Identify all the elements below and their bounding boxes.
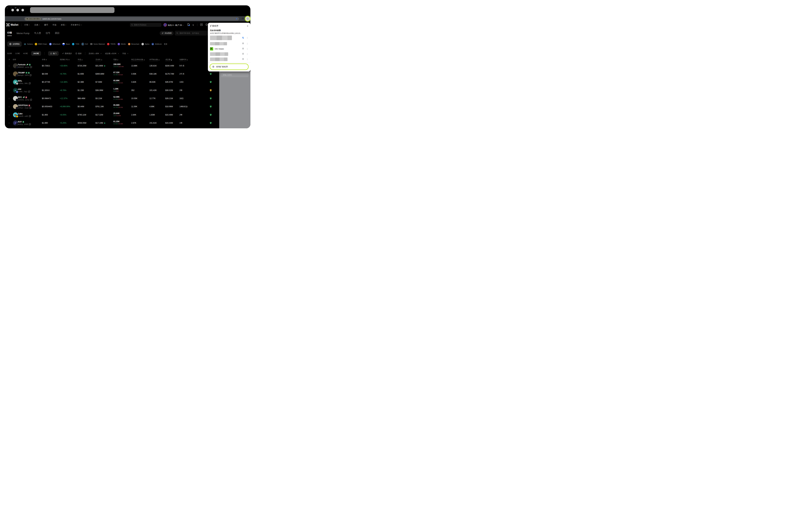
favorite-star-icon[interactable]: ☆ (8, 73, 10, 75)
notifications-bell-icon[interactable] (205, 23, 208, 26)
security-shield-icon[interactable] (209, 105, 212, 108)
extension-item-okx-wallet[interactable]: OKX Wallet ⋮ (210, 46, 248, 51)
sort-icon[interactable] (171, 59, 172, 61)
kebab-menu-icon[interactable]: ⋮ (246, 53, 248, 55)
copy-icon[interactable] (29, 124, 30, 125)
tab-meme-pump[interactable]: Meme Pump (17, 32, 29, 36)
pin-icon[interactable] (242, 53, 244, 55)
col-name[interactable]: 名称 (13, 58, 16, 61)
traffic-light-icon[interactable] (16, 9, 19, 11)
security-shield-icon[interactable] (209, 81, 212, 83)
chip-merlin[interactable]: ✕Merlin (118, 43, 126, 45)
token-name-cell[interactable]: WAL 0x356a...WAL (18, 80, 30, 84)
kebab-menu-icon[interactable]: ⋮ (246, 43, 248, 45)
col-traders[interactable]: 独立交易地址数 (131, 58, 145, 61)
table-row[interactable]: ☆ M mkr 0x9f8f...79a2 $1,326.6 +6.76% $1… (5, 86, 250, 95)
kebab-menu-icon[interactable]: ⋮ (246, 58, 248, 60)
pin-icon[interactable] (242, 58, 244, 60)
filter-4h[interactable]: 4小时 (23, 52, 28, 55)
extension-item[interactable]: ⋮ (210, 52, 248, 56)
copy-icon[interactable] (30, 67, 31, 68)
sort-icon[interactable] (117, 59, 118, 61)
table-row[interactable]: ☆ CRYPTOAI 12You7...Gsub $0.0054403 >9,9… (5, 102, 250, 111)
token-name-cell[interactable]: mkr 0x9f8f...79a2 (18, 88, 30, 92)
chip-more-networks[interactable]: 更多 (164, 43, 168, 45)
chip-all-networks[interactable]: 全部网络 (7, 41, 21, 47)
nav-item-developer[interactable]: 开发者中心∨ (71, 24, 82, 26)
favorite-star-icon[interactable]: ☆ (8, 97, 10, 100)
copy-icon[interactable] (30, 99, 31, 101)
token-name-cell[interactable]: Cake 0x0e09...ce82 (18, 113, 30, 117)
download-icon[interactable] (200, 23, 203, 26)
close-icon[interactable]: × (247, 25, 248, 27)
chip-solana[interactable]: Solana (24, 43, 33, 45)
token-name-cell[interactable]: RAY 4k3Dyj...kX6R (18, 121, 30, 125)
col-liquidity[interactable]: 流动性 (96, 58, 102, 61)
favorite-star-icon[interactable]: ☆ (8, 105, 10, 108)
security-shield-warning-icon[interactable] (209, 89, 212, 91)
col-volume[interactable]: 成交额 (165, 58, 172, 61)
sort-icon[interactable] (82, 59, 83, 61)
bookmark-star-icon[interactable]: ★ (236, 17, 237, 20)
table-row[interactable]: ☆ R RAY 4k3Dyj...kX6R $1.690 +5.25% $938… (5, 119, 250, 127)
url-bar[interactable]: 已阻止显示通知 web3.okx.com/zh-hans ★ (24, 17, 239, 20)
token-address-search-input[interactable]: 搜索代币或地址 (130, 23, 161, 27)
token-name-cell[interactable]: CRYPTOAI 12You7...Gsub (18, 104, 31, 109)
traffic-light-icon[interactable] (11, 9, 14, 11)
wallet-avatar[interactable] (163, 23, 167, 27)
favorite-star-icon[interactable]: ☆ (8, 64, 10, 67)
chip-arbitrum[interactable]: ▲Arbitrum (151, 43, 162, 45)
extension-item[interactable]: ⋮ (210, 57, 248, 61)
filter-hot[interactable]: 热门 (48, 51, 59, 56)
filter-mcap[interactable]: 市值∨ (122, 52, 128, 55)
kebab-menu-icon[interactable]: ⋮ (246, 37, 248, 39)
pin-icon[interactable] (242, 42, 244, 45)
filter-1h[interactable]: 1小时 (15, 52, 20, 55)
copy-icon[interactable] (29, 115, 30, 117)
filter-liquidity[interactable]: 流动性 ≥ $5K∨ (89, 52, 102, 55)
chip-aptos[interactable]: Aptos (142, 43, 149, 45)
chip-bnb-chain[interactable]: ◆BNB Chain (35, 43, 47, 45)
gas-icon[interactable] (187, 23, 190, 26)
tab-signals[interactable]: 信号 (46, 32, 50, 36)
nav-item-discover[interactable]: 发现∨ (61, 24, 66, 26)
back-icon[interactable]: ‹ (7, 6, 8, 10)
token-name-cell[interactable]: RFC C3DwDj...pump (18, 96, 31, 101)
filter-most-searched[interactable]: 搜索最多 (62, 52, 72, 55)
filter-volume[interactable]: 成交额 ≥ $10K∨ (105, 52, 119, 55)
sort-icon[interactable] (144, 59, 145, 61)
copy-icon[interactable] (29, 83, 30, 84)
copy-icon[interactable] (29, 107, 31, 109)
filter-newest[interactable]: 最新 (75, 52, 82, 55)
chip-ethereum[interactable]: ◆Ethereum (49, 43, 60, 45)
token-name-cell[interactable]: TRUMP⁄⁄ 6p6xgH...GiPN (18, 72, 31, 76)
manage-extensions-button[interactable]: ⚙ 管理扩展程序 (210, 64, 248, 70)
filter-24h-selected[interactable]: 24小时 (31, 51, 41, 56)
notifications-blocked-badge[interactable]: 已阻止显示通知 (25, 17, 41, 20)
filter-5min[interactable]: 5分钟 (7, 52, 12, 55)
favorite-star-icon[interactable]: ☆ (8, 114, 10, 116)
table-row[interactable]: ☆ Cake 0x0e09...ce82 $1.893 +8.05% $745.… (5, 111, 250, 119)
copy-icon[interactable] (28, 91, 30, 92)
chip-sui[interactable]: 💧SUI (81, 43, 88, 45)
pin-slash-icon[interactable] (242, 37, 244, 39)
password-input[interactable]: 请输入密码 (221, 73, 248, 77)
security-shield-icon[interactable] (209, 114, 212, 116)
nav-item-markets[interactable]: 行情∨ (24, 24, 30, 26)
pin-icon[interactable] (242, 47, 244, 50)
sort-icon[interactable] (46, 59, 47, 60)
tab-tracking[interactable]: 跟踪 (55, 32, 59, 36)
tab-leaderboard[interactable]: 牛人榜 (34, 32, 41, 36)
favorite-star-icon[interactable]: ☆ (8, 122, 10, 124)
kebab-menu-icon[interactable]: ⋮ (246, 48, 248, 50)
add-alert-button[interactable]: 添加预警 (160, 31, 174, 35)
reload-icon[interactable]: ⟳ (15, 6, 17, 10)
chip-sonic[interactable]: Sonic Mainnet (90, 43, 105, 45)
col-price[interactable]: 价格 (42, 58, 47, 61)
nav-item-marketplace[interactable]: 市场 (53, 24, 56, 26)
chip-tron[interactable]: ▽TRON (107, 43, 115, 45)
extension-item[interactable]: ⋮ (210, 35, 248, 41)
table-row[interactable]: ☆ W WAL 0x356a...WAL $0.47745 +14.38% $2… (5, 78, 250, 86)
nav-item-trade[interactable]: 交易∨ (34, 24, 40, 26)
sort-icon[interactable] (187, 59, 188, 61)
